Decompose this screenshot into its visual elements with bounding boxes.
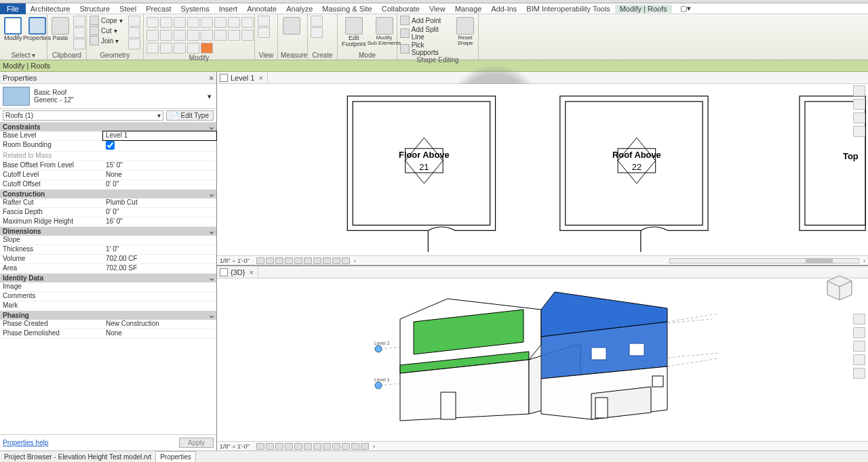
- rotate-button[interactable]: [160, 17, 172, 28]
- mod-10[interactable]: [160, 30, 172, 41]
- close-3d-view-button[interactable]: ×: [248, 268, 254, 276]
- type-selector[interactable]: Basic Roof Generic - 12" ▾: [0, 84, 216, 109]
- menu-precast[interactable]: Precast: [141, 5, 176, 13]
- property-row[interactable]: Rafter CutPlumb Cut: [0, 198, 216, 208]
- property-value[interactable]: None: [103, 171, 216, 180]
- create-btn-2[interactable]: [311, 27, 323, 38]
- property-row[interactable]: Room Bounding: [0, 141, 216, 152]
- geom-btn-2[interactable]: [128, 27, 140, 38]
- match-button[interactable]: [73, 39, 85, 49]
- property-value[interactable]: 702.00 CF: [103, 255, 216, 264]
- 3d-view[interactable]: {3D} × Level 2 Level 1: [217, 266, 868, 450]
- menu-structure[interactable]: Structure: [75, 5, 115, 13]
- property-row[interactable]: Area702.00 SF: [0, 264, 216, 274]
- menu-manage[interactable]: Manage: [450, 5, 487, 13]
- property-value[interactable]: 15' 0": [103, 161, 216, 170]
- vb3d-3[interactable]: [275, 443, 283, 450]
- property-value[interactable]: 16' 0": [103, 217, 216, 226]
- property-row[interactable]: Image: [0, 282, 216, 292]
- reset-shape-button[interactable]: Reset Shape: [455, 16, 475, 47]
- property-row[interactable]: Thickness1' 0": [0, 245, 216, 255]
- property-value[interactable]: [103, 236, 216, 245]
- property-row[interactable]: Phase DemolishedNone: [0, 329, 216, 339]
- vb-9[interactable]: [332, 257, 340, 264]
- apply-button[interactable]: Apply: [179, 438, 214, 448]
- property-row[interactable]: Cutoff Offset0' 0": [0, 180, 216, 190]
- vb3d-10[interactable]: [342, 443, 350, 450]
- create-btn-1[interactable]: [311, 16, 323, 26]
- paste-button[interactable]: Paste: [50, 16, 71, 43]
- property-value[interactable]: [103, 282, 216, 291]
- property-value[interactable]: [103, 292, 216, 301]
- property-row[interactable]: Fascia Depth0' 0": [0, 208, 216, 217]
- menu-view[interactable]: View: [425, 5, 450, 13]
- property-group-header[interactable]: Construction⌵: [0, 190, 216, 198]
- mod-14[interactable]: [214, 30, 226, 41]
- property-value[interactable]: None: [103, 329, 216, 338]
- property-row[interactable]: Mark: [0, 301, 216, 311]
- property-row[interactable]: Related to Mass: [0, 152, 216, 161]
- property-value[interactable]: Level 1: [103, 131, 216, 140]
- vb3d-8[interactable]: [323, 443, 331, 450]
- array-button[interactable]: [160, 43, 172, 54]
- vb-shadows-icon[interactable]: [285, 257, 293, 264]
- copy-mod-button[interactable]: [146, 30, 159, 41]
- property-value[interactable]: Plumb Cut: [103, 198, 216, 207]
- menu-modify-roofs[interactable]: Modify | Roofs: [615, 5, 672, 13]
- scale-button[interactable]: [146, 43, 159, 54]
- trim-button[interactable]: [201, 30, 213, 41]
- instance-filter-combo[interactable]: Roofs (1) ▾: [3, 110, 163, 121]
- property-value[interactable]: [103, 301, 216, 310]
- cut-clipboard-button[interactable]: [73, 16, 85, 26]
- view-tab-3d[interactable]: {3D} ×: [217, 266, 258, 278]
- properties-button[interactable]: Properties: [26, 16, 48, 43]
- nav-wheel-icon[interactable]: [853, 99, 865, 110]
- nav-home-icon[interactable]: [853, 85, 865, 96]
- geom-btn-3[interactable]: [128, 39, 140, 49]
- property-checkbox[interactable]: [106, 141, 115, 150]
- view-tab-level1[interactable]: Level 1 ×: [217, 72, 268, 84]
- type-dropdown-arrow[interactable]: ▾: [205, 92, 214, 101]
- close-view-button[interactable]: ×: [257, 74, 264, 82]
- vb3d-12[interactable]: [361, 443, 369, 450]
- add-point-button[interactable]: Add Point: [400, 16, 452, 25]
- cope-button[interactable]: Cope ▾: [90, 16, 123, 25]
- menu-massing[interactable]: Massing & Site: [317, 5, 376, 13]
- property-row[interactable]: Volume702.00 CF: [0, 255, 216, 264]
- property-row[interactable]: Cutoff LevelNone: [0, 171, 216, 180]
- vb-hide-icon[interactable]: [313, 257, 321, 264]
- menu-architecture[interactable]: Architecture: [26, 5, 75, 13]
- property-value[interactable]: 0' 0": [103, 180, 216, 189]
- vb3d-4[interactable]: [285, 443, 293, 450]
- 3d-canvas[interactable]: Level 2 Level 1: [217, 278, 868, 441]
- property-value[interactable]: 1' 0": [103, 245, 216, 254]
- property-row[interactable]: Base Offset From Level15' 0": [0, 161, 216, 171]
- copy-clipboard-button[interactable]: [73, 27, 85, 38]
- edit-footprint-button[interactable]: Edit Footprint: [340, 16, 368, 49]
- property-group-header[interactable]: Dimensions⌵: [0, 227, 216, 236]
- horizontal-scrollbar[interactable]: [669, 258, 859, 264]
- close-palette-button[interactable]: ×: [210, 74, 214, 82]
- edit-type-button[interactable]: 📄Edit Type: [166, 110, 214, 121]
- vb-10[interactable]: [342, 257, 350, 264]
- view-btn-1[interactable]: [258, 16, 270, 26]
- mod-16[interactable]: [241, 30, 254, 41]
- mod-20[interactable]: [187, 43, 199, 54]
- vb3d-6[interactable]: [304, 443, 312, 450]
- geom-btn-1[interactable]: [128, 16, 140, 26]
- join-button[interactable]: Join ▾: [90, 36, 123, 45]
- property-value[interactable]: New Construction: [103, 320, 216, 329]
- modify-sub-button[interactable]: Modify Sub Elements: [370, 16, 399, 47]
- mod-4[interactable]: [187, 17, 199, 28]
- properties-status-tab[interactable]: Properties: [156, 451, 196, 463]
- cut-geom-button[interactable]: Cut ▾: [90, 26, 123, 35]
- mod-15[interactable]: [228, 30, 240, 41]
- vb-reveal-icon[interactable]: [323, 257, 331, 264]
- property-value[interactable]: 702.00 SF: [103, 264, 216, 273]
- delete-button[interactable]: [201, 43, 213, 54]
- vb-detail-level-icon[interactable]: [256, 257, 264, 264]
- vb3d-1[interactable]: [256, 443, 264, 450]
- property-value[interactable]: [103, 152, 216, 161]
- modify-tool-button[interactable]: Modify: [3, 16, 24, 43]
- mod-3[interactable]: [174, 17, 186, 28]
